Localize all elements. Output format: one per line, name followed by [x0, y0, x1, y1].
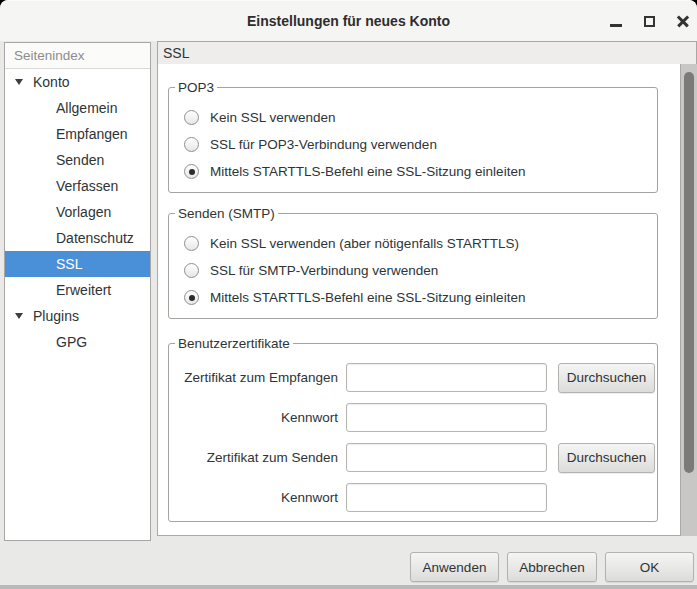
cert-receive-input[interactable]	[346, 363, 547, 392]
group-legend: POP3	[175, 79, 217, 96]
cert-receive-password-row: Kennwort	[169, 403, 657, 432]
radio-icon[interactable]	[184, 164, 199, 179]
tree-label: Erweitert	[56, 282, 111, 298]
radio-option-pop3-ssl[interactable]: SSL für POP3-Verbindung verwenden	[184, 131, 657, 158]
window-bottom-edge	[0, 585, 697, 589]
close-button[interactable]	[670, 1, 696, 42]
expander-down-icon[interactable]	[15, 79, 23, 85]
minimize-icon	[610, 24, 622, 27]
group-legend: Senden (SMTP)	[175, 205, 278, 222]
ok-button[interactable]: OK	[605, 552, 694, 582]
sidebar-item-verfassen[interactable]: Verfassen	[5, 173, 150, 199]
group-legend: Benutzerzertifikate	[175, 335, 293, 352]
apply-button[interactable]: Anwenden	[410, 552, 499, 582]
cert-send-row: Zertifikat zum Senden Durchsuchen	[169, 443, 657, 472]
sidebar-header: Seitenindex	[5, 43, 150, 69]
field-label: Kennwort	[169, 490, 338, 505]
ssl-settings-panel: POP3 Kein SSL verwenden SSL für POP3-Ver…	[157, 64, 681, 536]
field-label: Zertifikat zum Senden	[169, 450, 338, 465]
settings-dialog: Einstellungen für neues Konto Seiteninde…	[0, 0, 697, 589]
maximize-icon	[644, 16, 655, 27]
radio-icon[interactable]	[184, 263, 199, 278]
tree-label: SSL	[56, 256, 82, 272]
tree-label: Konto	[33, 74, 70, 90]
radio-label: Kein SSL verwenden	[210, 110, 336, 125]
cert-receive-row: Zertifikat zum Empfangen Durchsuchen	[169, 363, 657, 392]
pop3-group: POP3 Kein SSL verwenden SSL für POP3-Ver…	[168, 87, 658, 193]
tree-label: GPG	[56, 334, 87, 350]
cert-receive-password-input[interactable]	[346, 403, 547, 432]
cert-send-password-input[interactable]	[346, 483, 547, 512]
radio-icon[interactable]	[184, 137, 199, 152]
radio-icon[interactable]	[184, 110, 199, 125]
minimize-button[interactable]	[603, 1, 629, 42]
radio-label: SSL für POP3-Verbindung verwenden	[210, 137, 437, 152]
expander-down-icon[interactable]	[15, 313, 23, 319]
sidebar-item-erweitert[interactable]: Erweitert	[5, 277, 150, 303]
sidebar-item-ssl[interactable]: SSL	[5, 251, 150, 277]
radio-icon[interactable]	[184, 290, 199, 305]
sidebar-item-datenschutz[interactable]: Datenschutz	[5, 225, 150, 251]
radio-icon[interactable]	[184, 236, 199, 251]
browse-receive-cert-button[interactable]: Durchsuchen	[558, 363, 655, 393]
tree-label: Senden	[56, 152, 104, 168]
radio-label: Mittels STARTTLS-Befehl eine SSL-Sitzung…	[210, 164, 525, 179]
smtp-group: Senden (SMTP) Kein SSL verwenden (aber n…	[168, 213, 658, 319]
tree-label: Plugins	[33, 308, 79, 324]
cancel-button[interactable]: Abbrechen	[507, 552, 597, 582]
radio-option-pop3-no-ssl[interactable]: Kein SSL verwenden	[184, 104, 657, 131]
page-index-sidebar: Seitenindex Konto Allgemein Empfangen Se…	[4, 42, 151, 541]
radio-option-smtp-no-ssl[interactable]: Kein SSL verwenden (aber nötigenfalls ST…	[184, 230, 657, 257]
radio-option-pop3-starttls[interactable]: Mittels STARTTLS-Befehl eine SSL-Sitzung…	[184, 158, 657, 185]
tree-label: Allgemein	[56, 100, 117, 116]
sidebar-item-konto[interactable]: Konto	[5, 69, 150, 95]
vertical-scrollbar[interactable]	[681, 64, 697, 536]
sidebar-item-plugins[interactable]: Plugins	[5, 303, 150, 329]
cert-send-password-row: Kennwort	[169, 483, 657, 512]
page-title: SSL	[157, 41, 697, 65]
sidebar-item-gpg[interactable]: GPG	[5, 329, 150, 355]
radio-label: Kein SSL verwenden (aber nötigenfalls ST…	[210, 236, 519, 251]
user-certificates-group: Benutzerzertifikate Zertifikat zum Empfa…	[168, 343, 658, 522]
tree-label: Vorlagen	[56, 204, 111, 220]
sidebar-item-vorlagen[interactable]: Vorlagen	[5, 199, 150, 225]
radio-option-smtp-ssl[interactable]: SSL für SMTP-Verbindung verwenden	[184, 257, 657, 284]
radio-label: Mittels STARTTLS-Befehl eine SSL-Sitzung…	[210, 290, 525, 305]
scrollbar-thumb[interactable]	[684, 72, 694, 473]
tree-label: Verfassen	[56, 178, 118, 194]
sidebar-item-senden[interactable]: Senden	[5, 147, 150, 173]
maximize-button[interactable]	[636, 1, 662, 42]
tree-label: Empfangen	[56, 126, 128, 142]
window-title: Einstellungen für neues Konto	[0, 1, 697, 42]
titlebar[interactable]: Einstellungen für neues Konto	[0, 0, 697, 41]
tree-label: Datenschutz	[56, 230, 134, 246]
radio-label: SSL für SMTP-Verbindung verwenden	[210, 263, 438, 278]
screenshot-root: Einstellungen für neues Konto Seiteninde…	[0, 0, 697, 589]
field-label: Zertifikat zum Empfangen	[169, 370, 338, 385]
field-label: Kennwort	[169, 410, 338, 425]
cert-send-input[interactable]	[346, 443, 547, 472]
sidebar-item-allgemein[interactable]: Allgemein	[5, 95, 150, 121]
browse-send-cert-button[interactable]: Durchsuchen	[558, 443, 655, 473]
sidebar-item-empfangen[interactable]: Empfangen	[5, 121, 150, 147]
radio-option-smtp-starttls[interactable]: Mittels STARTTLS-Befehl eine SSL-Sitzung…	[184, 284, 657, 311]
